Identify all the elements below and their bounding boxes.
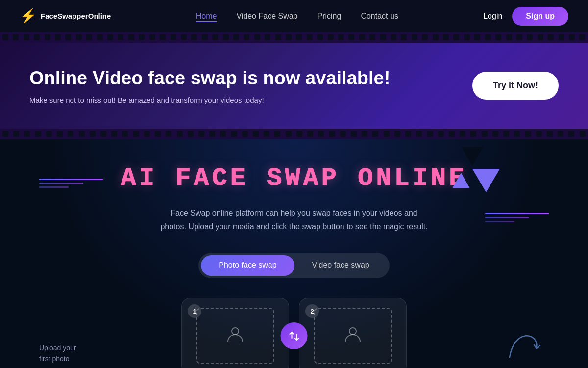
film-hole bbox=[569, 34, 575, 40]
film-hole bbox=[296, 131, 302, 137]
deco-line bbox=[485, 213, 549, 214]
film-hole bbox=[460, 131, 466, 137]
film-hole bbox=[453, 34, 459, 40]
upload-card-1[interactable]: 1 bbox=[181, 298, 289, 368]
film-hole bbox=[45, 34, 50, 40]
film-hole bbox=[482, 131, 488, 137]
film-hole bbox=[253, 131, 259, 137]
film-hole bbox=[422, 34, 428, 40]
film-hole bbox=[181, 34, 187, 40]
film-hole bbox=[506, 34, 512, 40]
nav-link-contact[interactable]: Contact us bbox=[361, 12, 398, 20]
upload-card-inner-1 bbox=[196, 308, 274, 364]
upload-card-2[interactable]: 2 bbox=[299, 298, 407, 368]
film-hole bbox=[474, 34, 480, 40]
film-hole bbox=[394, 131, 400, 137]
film-hole bbox=[438, 131, 444, 137]
film-hole bbox=[369, 34, 375, 40]
film-hole bbox=[536, 131, 542, 137]
hero-banner: Online Video face swap is now available!… bbox=[0, 43, 588, 129]
deco-line bbox=[485, 217, 529, 218]
film-hole bbox=[254, 34, 260, 40]
film-hole bbox=[412, 34, 417, 40]
film-hole bbox=[65, 34, 71, 40]
film-hole bbox=[579, 34, 585, 40]
film-hole bbox=[538, 34, 543, 40]
film-hole bbox=[433, 34, 439, 40]
film-hole bbox=[296, 34, 302, 40]
film-hole bbox=[35, 131, 41, 137]
upload-label: Upload your first photo bbox=[39, 342, 76, 365]
nav-item-video[interactable]: Video Face Swap bbox=[236, 12, 297, 21]
logo-text: FaceSwapperOnline bbox=[41, 12, 111, 20]
film-hole bbox=[233, 34, 239, 40]
toggle-tabs: Photo face swap Video face swap bbox=[198, 253, 389, 278]
film-hole bbox=[558, 131, 564, 137]
film-hole bbox=[485, 34, 491, 40]
film-hole bbox=[107, 34, 113, 40]
film-hole bbox=[100, 131, 106, 137]
film-hole bbox=[144, 131, 150, 137]
film-hole bbox=[191, 34, 197, 40]
nav-link-home[interactable]: Home bbox=[196, 12, 217, 22]
film-hole bbox=[568, 131, 574, 137]
film-hole bbox=[244, 34, 249, 40]
film-hole bbox=[220, 131, 226, 137]
film-hole bbox=[24, 131, 30, 137]
film-hole bbox=[503, 131, 509, 137]
svg-point-1 bbox=[349, 328, 356, 335]
navbar: ⚡ FaceSwapperOnline Home Video Face Swap… bbox=[0, 0, 588, 32]
film-hole bbox=[275, 34, 281, 40]
deco-line bbox=[485, 221, 514, 222]
nav-item-home[interactable]: Home bbox=[196, 12, 217, 21]
triangle-down-icon bbox=[472, 169, 500, 192]
nav-item-contact[interactable]: Contact us bbox=[361, 12, 398, 21]
film-hole bbox=[118, 34, 123, 40]
film-hole bbox=[348, 34, 354, 40]
film-hole bbox=[46, 131, 52, 137]
film-hole bbox=[242, 131, 248, 137]
deco-line bbox=[39, 183, 83, 184]
film-hole bbox=[307, 131, 313, 137]
film-hole bbox=[559, 34, 564, 40]
film-hole bbox=[76, 34, 82, 40]
login-button[interactable]: Login bbox=[483, 12, 502, 21]
film-hole bbox=[2, 34, 8, 40]
film-hole bbox=[231, 131, 237, 137]
film-hole bbox=[318, 131, 324, 137]
film-hole bbox=[149, 34, 155, 40]
film-hole bbox=[405, 131, 411, 137]
film-hole bbox=[68, 131, 74, 137]
film-hole bbox=[492, 131, 498, 137]
film-hole bbox=[209, 131, 215, 137]
signup-button[interactable]: Sign up bbox=[512, 7, 568, 26]
deco-lines-left bbox=[39, 179, 103, 188]
film-hole bbox=[223, 34, 229, 40]
swap-circle-button[interactable] bbox=[281, 322, 308, 349]
film-hole bbox=[155, 131, 161, 137]
film-hole bbox=[34, 34, 40, 40]
film-hole bbox=[514, 131, 520, 137]
nav-link-video[interactable]: Video Face Swap bbox=[236, 12, 297, 20]
film-hole bbox=[416, 131, 422, 137]
film-hole bbox=[443, 34, 449, 40]
film-hole bbox=[340, 131, 346, 137]
tab-photo-face-swap[interactable]: Photo face swap bbox=[201, 255, 294, 276]
film-hole bbox=[166, 131, 172, 137]
film-hole bbox=[372, 131, 378, 137]
nav-link-pricing[interactable]: Pricing bbox=[318, 12, 342, 20]
film-hole bbox=[307, 34, 313, 40]
triangle-up-icon bbox=[452, 173, 470, 188]
logo[interactable]: ⚡ FaceSwapperOnline bbox=[20, 8, 111, 24]
film-hole bbox=[516, 34, 522, 40]
film-hole bbox=[212, 34, 218, 40]
try-it-now-button[interactable]: Try it Now! bbox=[472, 72, 559, 100]
person-icon-2 bbox=[343, 325, 362, 347]
film-hole bbox=[525, 131, 531, 137]
film-hole bbox=[160, 34, 166, 40]
film-hole bbox=[97, 34, 103, 40]
tab-video-face-swap[interactable]: Video face swap bbox=[294, 255, 387, 276]
film-hole bbox=[79, 131, 85, 137]
nav-item-pricing[interactable]: Pricing bbox=[318, 12, 342, 21]
film-hole bbox=[122, 131, 128, 137]
